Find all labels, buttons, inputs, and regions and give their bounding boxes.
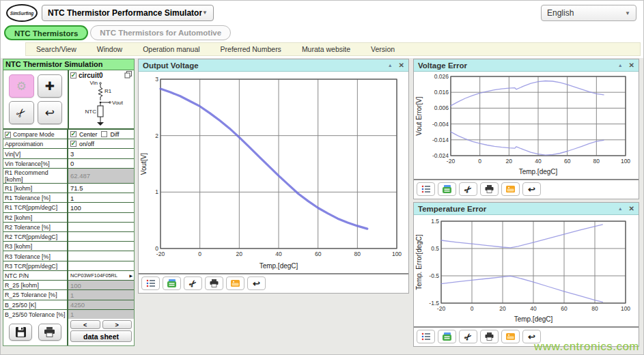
menu-search-view[interactable]: Search/View (26, 43, 87, 55)
center-checkbox[interactable]: ✓ (70, 131, 76, 137)
param-value[interactable]: 71.5 (68, 184, 134, 193)
top-bar: SimSurfing NTC Thermistor Performance Si… (1, 1, 643, 25)
settings-button[interactable]: ⚙ (9, 74, 34, 98)
collapse-icon[interactable]: ▲ (618, 63, 623, 68)
svg-text:40: 40 (275, 251, 282, 257)
data-sheet-button[interactable]: data sheet (70, 330, 132, 342)
menu-murata-website[interactable]: Murata website (292, 43, 361, 55)
undo-icon: ↩ (528, 184, 535, 195)
param-value-text: 0 (70, 160, 74, 167)
print-button[interactable] (480, 182, 499, 196)
legend-button[interactable] (417, 330, 435, 343)
legend-button[interactable] (417, 182, 435, 196)
svg-text:60: 60 (561, 305, 568, 312)
svg-text:40: 40 (530, 305, 537, 312)
tools-button[interactable]: ✂ (459, 182, 477, 196)
legend-icon (421, 185, 431, 193)
param-value[interactable] (68, 261, 134, 270)
svg-text:100: 100 (621, 305, 630, 312)
param-value: 4250 (68, 300, 134, 309)
part-number-dropdown-arrow-icon[interactable]: ▶ (129, 273, 132, 278)
voltage-error-header: Voltage Error ▲ ✕ (414, 59, 639, 72)
save-button[interactable] (9, 324, 32, 341)
tools-button[interactable]: ✂ (9, 101, 34, 124)
circuit0-checkbox[interactable]: ✓ (70, 72, 76, 79)
language-select[interactable]: English ▼ (541, 5, 636, 21)
tools-button[interactable]: ✂ (459, 330, 477, 343)
param-value[interactable]: 0 (68, 159, 134, 168)
param-value-text: 100 (70, 282, 81, 289)
simulator-select[interactable]: NTC Thermistor Performance Simulator ▼ (42, 5, 214, 21)
param-value[interactable]: 1 (68, 193, 134, 202)
save-image-icon (506, 332, 515, 341)
legend-button[interactable] (141, 276, 160, 290)
close-icon[interactable]: ✕ (629, 61, 634, 69)
param-value[interactable] (68, 251, 134, 260)
output-voltage-chart-area: -200204060801000123Temp.[degC]Vout[V] (139, 72, 408, 273)
diff-checkbox[interactable] (101, 131, 107, 137)
undo-button[interactable]: ↩ (38, 101, 63, 124)
copy-icon[interactable] (124, 71, 132, 80)
compare-mode-checkbox[interactable]: ✓ (5, 132, 11, 138)
datasheet-nav: < > data sheet (68, 319, 134, 345)
export-data-button[interactable] (163, 276, 181, 290)
tab-ntc-thermistors[interactable]: NTC Thermistors (4, 25, 88, 40)
temperature-error-header: Temperature Error ▲ ✕ (414, 203, 639, 215)
param-value-text: 62.487 (70, 172, 90, 180)
collapse-icon[interactable]: ▲ (618, 206, 623, 211)
close-icon[interactable]: ✕ (399, 61, 404, 69)
undo-button[interactable]: ↩ (522, 182, 541, 196)
add-circuit-button[interactable]: ✚ (38, 74, 63, 98)
prev-part-button[interactable]: < (70, 320, 100, 329)
undo-button[interactable]: ↩ (247, 276, 266, 290)
approximation-checkbox[interactable]: ✓ (70, 141, 76, 147)
param-value[interactable] (68, 223, 134, 231)
menu-version[interactable]: Version (361, 43, 405, 55)
table-row: R1 [kohm]71.5 (3, 184, 134, 193)
table-row: R2 [kohm] (3, 213, 134, 223)
output-voltage-header: Output Voltage ▲ ✕ (139, 59, 408, 72)
next-part-button[interactable]: > (102, 320, 132, 329)
svg-text:0: 0 (471, 305, 474, 312)
menu-window[interactable]: Window (87, 43, 132, 55)
export-data-button[interactable] (438, 330, 456, 343)
param-value[interactable] (68, 213, 134, 222)
output-voltage-chart: -200204060801000123Temp.[degC]Vout[V] (140, 72, 406, 270)
save-image-button[interactable] (501, 330, 520, 343)
param-value[interactable] (68, 242, 134, 251)
print-button[interactable] (205, 276, 223, 290)
ntc-part-number-value[interactable]: NCP03WF104F05RL▶ (68, 271, 134, 280)
save-image-button[interactable] (226, 276, 244, 290)
app-window: SimSurfing NTC Thermistor Performance Si… (0, 0, 644, 355)
footer-buttons (3, 319, 68, 345)
voltage-error-title: Voltage Error (418, 61, 618, 70)
menu-preferred-numbers[interactable]: Preferred Numbers (210, 43, 292, 55)
param-value: 62.487 (68, 169, 134, 183)
param-value[interactable]: 100 (68, 203, 134, 212)
temperature-error-chart: -200204060801001.50.5-0.5-1.5Temp.[degC]… (415, 216, 636, 324)
diff-label: Diff (110, 131, 119, 138)
table-row: Vin Tolerance[%]0 (3, 159, 134, 169)
table-row: R1 TCR[ppm/degC]100 (3, 203, 134, 212)
menu-operation-manual[interactable]: Operation manual (132, 43, 210, 55)
output-voltage-title: Output Voltage (143, 61, 388, 70)
close-icon[interactable]: ✕ (629, 205, 634, 212)
tools-button[interactable]: ✂ (184, 276, 202, 290)
voltage-error-chart: -200204060801000.0260.0160.006-0.004-0.0… (415, 72, 636, 176)
collapse-icon[interactable]: ▲ (388, 63, 393, 68)
param-value[interactable]: 3 (68, 149, 134, 158)
param-value[interactable] (68, 232, 134, 241)
legend-icon (146, 279, 156, 287)
svg-text:20: 20 (236, 251, 243, 257)
menu-bar: Search/View Window Operation manual Pref… (25, 42, 641, 56)
export-data-icon (443, 185, 451, 193)
print-button[interactable] (480, 330, 499, 343)
approximation-label-cell: Approximation (3, 139, 68, 148)
param-label: R2 [kohm] (3, 213, 68, 222)
svg-text:60: 60 (564, 158, 571, 165)
print-button[interactable] (38, 324, 61, 341)
save-image-button[interactable] (501, 182, 520, 196)
tab-ntc-thermistors-automotive[interactable]: NTC Thermistors for Automotive (90, 25, 231, 40)
export-data-button[interactable] (438, 182, 456, 196)
svg-text:0.016: 0.016 (434, 89, 449, 96)
